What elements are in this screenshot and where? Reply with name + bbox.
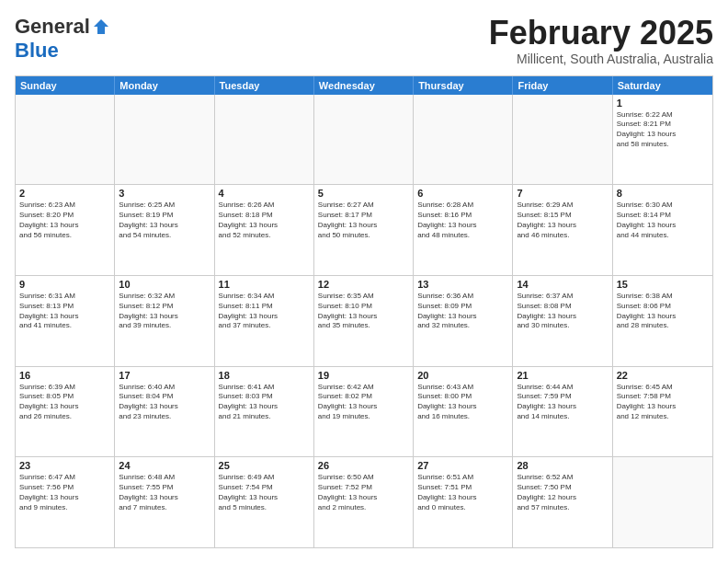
cell-info: Sunrise: 6:28 AM Sunset: 8:16 PM Dayligh…	[417, 201, 508, 240]
cell-info: Sunrise: 6:30 AM Sunset: 8:14 PM Dayligh…	[617, 201, 709, 240]
cal-cell-4-0: 23Sunrise: 6:47 AM Sunset: 7:56 PM Dayli…	[16, 457, 115, 547]
cal-cell-2-6: 15Sunrise: 6:38 AM Sunset: 8:06 PM Dayli…	[613, 276, 712, 366]
cal-cell-1-2: 4Sunrise: 6:26 AM Sunset: 8:18 PM Daylig…	[215, 185, 314, 275]
day-number: 23	[19, 460, 110, 471]
day-number: 12	[318, 279, 409, 290]
cal-cell-3-3: 19Sunrise: 6:42 AM Sunset: 8:02 PM Dayli…	[314, 367, 414, 457]
cal-cell-4-4: 27Sunrise: 6:51 AM Sunset: 7:51 PM Dayli…	[414, 457, 513, 547]
cell-info: Sunrise: 6:29 AM Sunset: 8:15 PM Dayligh…	[517, 201, 608, 240]
week-row-1: 2Sunrise: 6:23 AM Sunset: 8:20 PM Daylig…	[16, 184, 712, 275]
cell-info: Sunrise: 6:52 AM Sunset: 7:50 PM Dayligh…	[517, 473, 608, 512]
cell-info: Sunrise: 6:25 AM Sunset: 8:19 PM Dayligh…	[119, 201, 210, 240]
calendar-body: 1Sunrise: 6:22 AM Sunset: 8:21 PM Daylig…	[16, 95, 712, 547]
location: Millicent, South Australia, Australia	[489, 52, 713, 66]
header-sunday: Sunday	[16, 76, 115, 95]
logo: General Blue	[15, 15, 110, 63]
day-number: 13	[417, 279, 508, 290]
cell-info: Sunrise: 6:40 AM Sunset: 8:04 PM Dayligh…	[119, 383, 210, 422]
day-number: 18	[219, 370, 310, 381]
cal-cell-3-6: 22Sunrise: 6:45 AM Sunset: 7:58 PM Dayli…	[613, 367, 712, 457]
day-number: 10	[119, 279, 210, 290]
cell-info: Sunrise: 6:45 AM Sunset: 7:58 PM Dayligh…	[617, 383, 709, 422]
cell-info: Sunrise: 6:27 AM Sunset: 8:17 PM Dayligh…	[318, 201, 409, 240]
cal-cell-1-5: 7Sunrise: 6:29 AM Sunset: 8:15 PM Daylig…	[513, 185, 612, 275]
cal-cell-1-6: 8Sunrise: 6:30 AM Sunset: 8:14 PM Daylig…	[613, 185, 712, 275]
cal-cell-1-4: 6Sunrise: 6:28 AM Sunset: 8:16 PM Daylig…	[414, 185, 513, 275]
day-number: 28	[517, 460, 608, 471]
cal-cell-2-2: 11Sunrise: 6:34 AM Sunset: 8:11 PM Dayli…	[215, 276, 314, 366]
day-number: 3	[119, 188, 210, 199]
cal-cell-2-3: 12Sunrise: 6:35 AM Sunset: 8:10 PM Dayli…	[314, 276, 414, 366]
cal-cell-3-5: 21Sunrise: 6:44 AM Sunset: 7:59 PM Dayli…	[513, 367, 612, 457]
week-row-4: 23Sunrise: 6:47 AM Sunset: 7:56 PM Dayli…	[16, 456, 712, 547]
cal-cell-1-0: 2Sunrise: 6:23 AM Sunset: 8:20 PM Daylig…	[16, 185, 115, 275]
cell-info: Sunrise: 6:22 AM Sunset: 8:21 PM Dayligh…	[617, 110, 709, 150]
cal-cell-0-3	[314, 95, 414, 185]
logo-blue-text: Blue	[15, 39, 59, 62]
day-number: 8	[617, 188, 709, 199]
cal-cell-2-1: 10Sunrise: 6:32 AM Sunset: 8:12 PM Dayli…	[115, 276, 214, 366]
cell-info: Sunrise: 6:42 AM Sunset: 8:02 PM Dayligh…	[318, 383, 409, 422]
cal-cell-4-2: 25Sunrise: 6:49 AM Sunset: 7:54 PM Dayli…	[215, 457, 314, 547]
day-number: 19	[318, 370, 409, 381]
week-row-2: 9Sunrise: 6:31 AM Sunset: 8:13 PM Daylig…	[16, 275, 712, 366]
logo-general-text: General	[15, 15, 90, 39]
cell-info: Sunrise: 6:39 AM Sunset: 8:05 PM Dayligh…	[19, 383, 110, 422]
day-number: 4	[219, 188, 310, 199]
day-number: 27	[417, 460, 508, 471]
header-friday: Friday	[513, 76, 612, 95]
calendar-header: Sunday Monday Tuesday Wednesday Thursday…	[16, 76, 712, 95]
svg-marker-0	[94, 19, 108, 34]
cell-info: Sunrise: 6:38 AM Sunset: 8:06 PM Dayligh…	[617, 292, 709, 331]
cell-info: Sunrise: 6:50 AM Sunset: 7:52 PM Dayligh…	[318, 473, 409, 512]
cal-cell-0-6: 1Sunrise: 6:22 AM Sunset: 8:21 PM Daylig…	[613, 95, 712, 185]
day-number: 1	[617, 98, 709, 109]
cal-cell-4-3: 26Sunrise: 6:50 AM Sunset: 7:52 PM Dayli…	[314, 457, 414, 547]
month-title: February 2025	[489, 15, 713, 52]
day-number: 20	[417, 370, 508, 381]
cell-info: Sunrise: 6:47 AM Sunset: 7:56 PM Dayligh…	[19, 473, 110, 512]
cell-info: Sunrise: 6:36 AM Sunset: 8:09 PM Dayligh…	[417, 292, 508, 331]
cell-info: Sunrise: 6:34 AM Sunset: 8:11 PM Dayligh…	[219, 292, 310, 331]
day-number: 9	[19, 279, 110, 290]
cal-cell-1-3: 5Sunrise: 6:27 AM Sunset: 8:17 PM Daylig…	[314, 185, 414, 275]
cal-cell-3-2: 18Sunrise: 6:41 AM Sunset: 8:03 PM Dayli…	[215, 367, 314, 457]
cal-cell-2-5: 14Sunrise: 6:37 AM Sunset: 8:08 PM Dayli…	[513, 276, 612, 366]
day-number: 21	[517, 370, 608, 381]
day-number: 14	[517, 279, 608, 290]
week-row-0: 1Sunrise: 6:22 AM Sunset: 8:21 PM Daylig…	[16, 95, 712, 185]
cal-cell-2-0: 9Sunrise: 6:31 AM Sunset: 8:13 PM Daylig…	[16, 276, 115, 366]
cal-cell-3-0: 16Sunrise: 6:39 AM Sunset: 8:05 PM Dayli…	[16, 367, 115, 457]
cal-cell-0-4	[414, 95, 513, 185]
cal-cell-0-0	[16, 95, 115, 185]
cal-cell-3-1: 17Sunrise: 6:40 AM Sunset: 8:04 PM Dayli…	[115, 367, 214, 457]
day-number: 16	[19, 370, 110, 381]
cell-info: Sunrise: 6:49 AM Sunset: 7:54 PM Dayligh…	[219, 473, 310, 512]
header-wednesday: Wednesday	[314, 76, 414, 95]
cal-cell-4-1: 24Sunrise: 6:48 AM Sunset: 7:55 PM Dayli…	[115, 457, 214, 547]
cal-cell-0-1	[115, 95, 214, 185]
day-number: 25	[219, 460, 310, 471]
logo-icon	[92, 17, 110, 36]
day-number: 15	[617, 279, 709, 290]
cell-info: Sunrise: 6:26 AM Sunset: 8:18 PM Dayligh…	[219, 201, 310, 240]
cal-cell-1-1: 3Sunrise: 6:25 AM Sunset: 8:19 PM Daylig…	[115, 185, 214, 275]
cal-cell-4-5: 28Sunrise: 6:52 AM Sunset: 7:50 PM Dayli…	[513, 457, 612, 547]
cell-info: Sunrise: 6:41 AM Sunset: 8:03 PM Dayligh…	[219, 383, 310, 422]
cell-info: Sunrise: 6:35 AM Sunset: 8:10 PM Dayligh…	[318, 292, 409, 331]
cal-cell-0-2	[215, 95, 314, 185]
day-number: 24	[119, 460, 210, 471]
cal-cell-3-4: 20Sunrise: 6:43 AM Sunset: 8:00 PM Dayli…	[414, 367, 513, 457]
cell-info: Sunrise: 6:51 AM Sunset: 7:51 PM Dayligh…	[417, 473, 508, 512]
day-number: 11	[219, 279, 310, 290]
page: General Blue February 2025 Millicent, So…	[0, 0, 728, 563]
day-number: 6	[417, 188, 508, 199]
header-monday: Monday	[115, 76, 214, 95]
cell-info: Sunrise: 6:43 AM Sunset: 8:00 PM Dayligh…	[417, 383, 508, 422]
cell-info: Sunrise: 6:31 AM Sunset: 8:13 PM Dayligh…	[19, 292, 110, 331]
cell-info: Sunrise: 6:37 AM Sunset: 8:08 PM Dayligh…	[517, 292, 608, 331]
day-number: 5	[318, 188, 409, 199]
header: General Blue February 2025 Millicent, So…	[15, 15, 713, 66]
day-number: 17	[119, 370, 210, 381]
cal-cell-2-4: 13Sunrise: 6:36 AM Sunset: 8:09 PM Dayli…	[414, 276, 513, 366]
